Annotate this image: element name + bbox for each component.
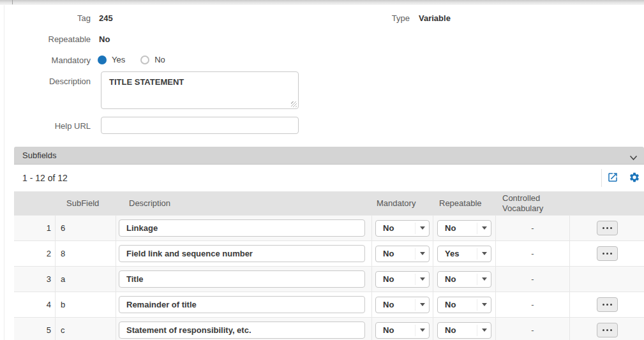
repeatable-dropdown[interactable]: No [437, 271, 491, 288]
mandatory-dropdown[interactable]: No [375, 220, 430, 237]
header-controlled-vocabulary: Controlled Vocabulary [496, 191, 570, 215]
actions-cell [570, 267, 644, 292]
mandatory-yes-label: Yes [112, 55, 125, 64]
row-number: 4 [14, 292, 56, 317]
mandatory-dropdown[interactable]: No [375, 322, 430, 339]
repeatable-value: No [99, 34, 110, 44]
row-description-input[interactable] [119, 219, 365, 237]
mandatory-label: Mandatory [0, 55, 91, 65]
row-controlled-vocabulary: - [496, 292, 570, 317]
row-number: 5 [14, 318, 56, 340]
actions-cell [570, 241, 644, 266]
chevron-down-icon [477, 325, 491, 336]
repeatable-cell: Yes [433, 241, 496, 266]
mandatory-cell: No [372, 267, 433, 292]
mandatory-dropdown-value: No [376, 300, 415, 309]
row-controlled-vocabulary: - [496, 267, 570, 292]
row-description-input[interactable] [119, 270, 365, 288]
chevron-down-icon [415, 299, 429, 311]
row-subfield-code: a [56, 267, 116, 292]
mandatory-radio-group: Yes No [98, 55, 176, 64]
mandatory-dropdown-value: No [376, 325, 415, 335]
header-repeatable: Repeatable [433, 191, 496, 215]
mandatory-dropdown-value: No [376, 274, 415, 284]
chevron-down-icon [415, 325, 429, 336]
row-number: 2 [14, 241, 56, 266]
mandatory-dropdown-value: No [376, 223, 415, 233]
description-label: Description [0, 77, 91, 86]
description-cell [116, 267, 372, 292]
chevron-down-icon [415, 274, 429, 285]
table-row: 1 6 No No - [14, 215, 644, 240]
header-row-number [14, 191, 56, 215]
mandatory-cell: No [372, 318, 433, 340]
chevron-down-icon [415, 248, 429, 260]
mandatory-dropdown[interactable]: No [375, 297, 430, 313]
row-actions-button[interactable] [597, 323, 618, 337]
type-label: Type [357, 13, 410, 23]
repeatable-dropdown-value: No [438, 223, 477, 233]
header-subfield: SubField [56, 191, 116, 215]
chevron-down-icon [415, 223, 429, 234]
mandatory-cell: No [372, 216, 433, 240]
description-cell [116, 241, 372, 266]
mandatory-cell: No [372, 292, 433, 317]
repeatable-dropdown-value: No [438, 300, 477, 309]
repeatable-dropdown[interactable]: No [437, 322, 491, 339]
repeatable-dropdown[interactable]: Yes [437, 246, 491, 262]
repeatable-dropdown[interactable]: No [437, 297, 491, 313]
row-subfield-code: 8 [56, 241, 116, 266]
table-row: 4 b No No - [14, 292, 644, 317]
actions-cell [570, 216, 644, 240]
actions-cell [570, 318, 644, 340]
mandatory-dropdown-value: No [376, 249, 415, 258]
top-toolbar-divider [12, 0, 13, 4]
row-actions-button[interactable] [597, 221, 618, 235]
subfields-section-header[interactable]: Subfields [14, 147, 644, 165]
record-count: 1 - 12 of 12 [14, 173, 68, 183]
mandatory-dropdown[interactable]: No [375, 271, 430, 288]
row-actions-button[interactable] [597, 246, 618, 261]
help-url-label: Help URL [0, 121, 91, 131]
row-description-input[interactable] [119, 245, 365, 262]
repeatable-dropdown-value: Yes [438, 249, 477, 258]
row-description-input[interactable] [119, 322, 365, 339]
subfields-panel: Subfields 1 - 12 of 12 SubField Descript… [14, 147, 644, 340]
mandatory-no-radio[interactable] [140, 55, 149, 64]
row-controlled-vocabulary: - [496, 318, 570, 340]
actions-cell [570, 292, 644, 317]
chevron-down-icon [477, 274, 491, 285]
repeatable-dropdown-value: No [438, 325, 477, 335]
top-toolbar-edge [0, 0, 644, 4]
help-url-input[interactable] [101, 117, 299, 134]
header-actions [570, 191, 644, 215]
table-header-row: SubField Description Mandatory Repeatabl… [14, 191, 644, 215]
description-textarea[interactable]: TITLE STATEMENT [101, 71, 299, 109]
export-icon[interactable] [606, 172, 619, 184]
table-row: 3 a No No - [14, 266, 644, 292]
row-number: 1 [14, 216, 56, 240]
mandatory-cell: No [372, 241, 433, 266]
chevron-down-icon[interactable] [629, 152, 638, 163]
tag-value: 245 [99, 13, 113, 23]
repeatable-dropdown[interactable]: No [437, 220, 491, 237]
tag-label: Tag [0, 13, 91, 23]
description-cell [116, 216, 372, 240]
subfields-title: Subfields [14, 151, 56, 160]
subfields-toolbar: 1 - 12 of 12 [14, 165, 644, 191]
mandatory-yes-radio[interactable] [98, 55, 107, 64]
chevron-down-icon [477, 299, 491, 311]
mandatory-dropdown[interactable]: No [375, 246, 430, 262]
header-mandatory: Mandatory [372, 191, 433, 215]
table-row: 2 8 No Yes - [14, 240, 644, 266]
row-description-input[interactable] [119, 296, 365, 313]
gear-icon[interactable] [628, 172, 641, 184]
repeatable-dropdown-value: No [438, 274, 477, 284]
row-number: 3 [14, 267, 56, 292]
row-actions-button[interactable] [597, 297, 618, 312]
chevron-down-icon [477, 223, 491, 234]
repeatable-cell: No [433, 318, 496, 340]
description-cell [116, 292, 372, 317]
chevron-down-icon [477, 248, 491, 260]
row-controlled-vocabulary: - [496, 216, 570, 240]
